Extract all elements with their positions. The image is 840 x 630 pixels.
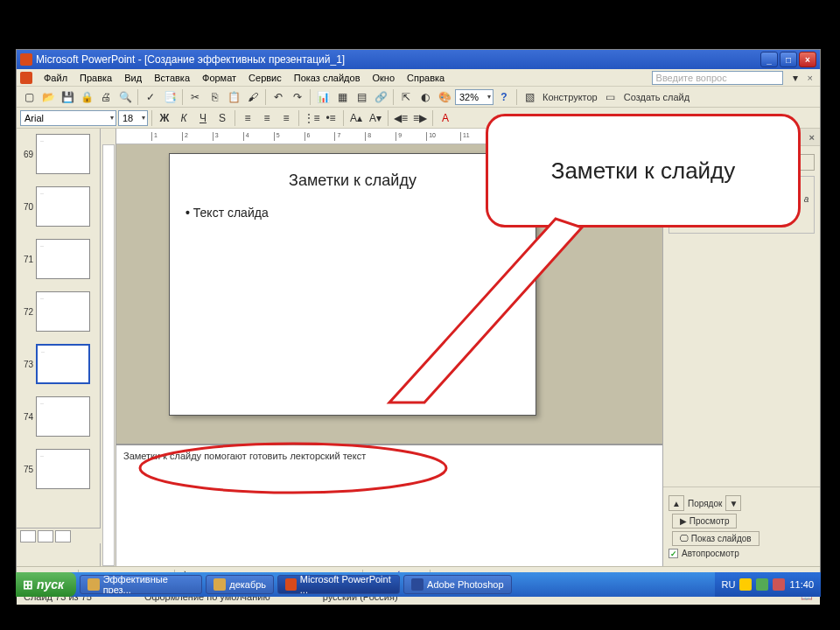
- copy-icon[interactable]: ⎘: [206, 88, 223, 106]
- slide-thumb[interactable]: 74—: [22, 396, 94, 437]
- align-center-icon[interactable]: ≡: [258, 109, 276, 127]
- notes-pane[interactable]: Заметки к слайду помогают готовить лекто…: [116, 444, 662, 566]
- close-button[interactable]: ×: [799, 52, 816, 67]
- tray-icon[interactable]: [739, 578, 752, 591]
- menu-file[interactable]: Файл: [38, 71, 74, 85]
- clock[interactable]: 11:40: [789, 579, 814, 590]
- menu-format[interactable]: Формат: [196, 71, 242, 85]
- mdi-close-button[interactable]: ×: [804, 73, 816, 83]
- minimize-button[interactable]: _: [760, 52, 778, 67]
- autopreview-label: Автопросмотр: [682, 549, 739, 558]
- underline-icon[interactable]: Ч: [194, 109, 212, 127]
- menu-edit[interactable]: Правка: [74, 71, 118, 85]
- font-select[interactable]: Arial: [20, 110, 116, 126]
- undo-icon[interactable]: ↶: [270, 88, 287, 106]
- fontsize-select[interactable]: 18: [118, 110, 148, 126]
- increase-indent-icon[interactable]: ≡▶: [411, 109, 429, 127]
- redo-icon[interactable]: ↷: [289, 88, 306, 106]
- preview-icon[interactable]: 🔍: [116, 88, 134, 106]
- new-icon[interactable]: ▢: [20, 88, 38, 106]
- new-slide-icon[interactable]: ▭: [602, 88, 620, 106]
- paste-icon[interactable]: 📋: [225, 88, 242, 106]
- menu-tools[interactable]: Сервис: [242, 71, 288, 85]
- windows-taskbar: пуск Эффективные през... декабрь Microso…: [16, 572, 821, 597]
- vertical-ruler: [101, 129, 116, 566]
- folder-icon: [88, 578, 99, 591]
- slide-bullet[interactable]: Текст слайда: [186, 206, 520, 220]
- table-icon[interactable]: ▦: [333, 88, 351, 106]
- slideshow-button[interactable]: 🖵 Показ слайдов: [672, 531, 760, 546]
- menu-help[interactable]: Справка: [401, 71, 451, 85]
- taskbar-item-active[interactable]: Microsoft PowerPoint ...: [277, 575, 400, 594]
- callout-text: Заметки к слайду: [486, 114, 801, 228]
- maximize-button[interactable]: □: [780, 52, 797, 67]
- document-icon[interactable]: [20, 72, 32, 84]
- autopreview-checkbox[interactable]: ✓: [668, 549, 678, 558]
- slide-thumbnail-panel[interactable]: 69— 70— 71— 72— 73— 74— 75—: [17, 129, 101, 566]
- print-icon[interactable]: 🖨: [97, 88, 115, 106]
- grayscale-icon[interactable]: ◐: [416, 88, 434, 106]
- powerpoint-icon: [20, 53, 32, 66]
- align-left-icon[interactable]: ≡: [239, 109, 256, 127]
- decrease-indent-icon[interactable]: ◀≡: [392, 109, 410, 127]
- slide-canvas[interactable]: Заметки к слайду Текст слайда: [169, 153, 536, 416]
- cut-icon[interactable]: ✂: [186, 88, 204, 106]
- create-slide-button[interactable]: Создать слайд: [621, 92, 692, 102]
- design-icon[interactable]: ▧: [521, 88, 538, 106]
- menu-window[interactable]: Окно: [367, 71, 402, 85]
- notes-text[interactable]: Заметки к слайду помогают готовить лекто…: [123, 451, 366, 461]
- menu-view[interactable]: Вид: [118, 71, 148, 85]
- slide-title[interactable]: Заметки к слайду: [186, 172, 520, 190]
- taskbar-item[interactable]: Эффективные през...: [80, 575, 202, 594]
- font-color-icon[interactable]: A: [437, 109, 454, 127]
- sorter-view-icon[interactable]: [38, 530, 53, 542]
- konstruktor-button[interactable]: Конструктор: [540, 92, 600, 102]
- increase-font-icon[interactable]: A▴: [347, 109, 365, 127]
- decrease-font-icon[interactable]: A▾: [367, 109, 384, 127]
- color-icon[interactable]: 🎨: [436, 88, 453, 106]
- taskbar-item[interactable]: Adobe Photoshop: [403, 575, 511, 594]
- slide-thumb-selected[interactable]: 73—: [22, 344, 94, 384]
- tray-icon[interactable]: [756, 578, 768, 591]
- taskbar-item[interactable]: декабрь: [206, 575, 274, 594]
- save-icon[interactable]: 💾: [59, 88, 76, 106]
- shadow-icon[interactable]: S: [214, 109, 231, 127]
- slide-thumb[interactable]: 72—: [22, 291, 94, 332]
- italic-icon[interactable]: К: [175, 109, 192, 127]
- tables-borders-icon[interactable]: ▤: [353, 88, 370, 106]
- open-icon[interactable]: 📂: [39, 88, 57, 106]
- bold-icon[interactable]: Ж: [156, 109, 173, 127]
- move-up-icon[interactable]: ▲: [668, 495, 684, 511]
- chart-icon[interactable]: 📊: [314, 88, 332, 106]
- language-indicator[interactable]: RU: [722, 579, 736, 590]
- spell-icon[interactable]: ✓: [142, 88, 159, 106]
- system-tray[interactable]: RU 11:40: [715, 572, 821, 597]
- help-question-input[interactable]: Введите вопрос: [652, 71, 783, 85]
- taskpane-close-icon[interactable]: ×: [809, 132, 815, 143]
- titlebar: Microsoft PowerPoint - [Создание эффекти…: [17, 50, 820, 69]
- permission-icon[interactable]: 🔒: [78, 88, 95, 106]
- hyperlink-icon[interactable]: 🔗: [372, 88, 389, 106]
- menu-slideshow[interactable]: Показ слайдов: [288, 71, 367, 85]
- move-down-icon[interactable]: ▼: [725, 495, 741, 511]
- slide-thumb[interactable]: 71—: [22, 239, 94, 279]
- help-icon[interactable]: ?: [495, 88, 513, 106]
- dropdown-icon[interactable]: ▾: [787, 69, 804, 87]
- slide-thumb[interactable]: 75—: [22, 449, 94, 489]
- slide-thumb[interactable]: 69—: [22, 134, 94, 174]
- bullets-icon[interactable]: •≡: [322, 109, 340, 127]
- menu-insert[interactable]: Вставка: [148, 71, 196, 85]
- tray-icon[interactable]: [773, 578, 785, 591]
- start-button[interactable]: пуск: [16, 572, 76, 597]
- zoom-select[interactable]: 32%: [455, 89, 494, 105]
- slide-thumb[interactable]: 70—: [22, 186, 94, 227]
- menubar: Файл Правка Вид Вставка Формат Сервис По…: [17, 69, 820, 87]
- numbering-icon[interactable]: ⋮≡: [303, 109, 320, 127]
- align-right-icon[interactable]: ≡: [277, 109, 295, 127]
- research-icon[interactable]: 📑: [161, 88, 178, 106]
- preview-button[interactable]: ▶ Просмотр: [672, 514, 737, 528]
- format-painter-icon[interactable]: 🖌: [244, 88, 262, 106]
- normal-view-icon[interactable]: [20, 530, 36, 542]
- expand-icon[interactable]: ⇱: [397, 88, 415, 106]
- slideshow-view-icon[interactable]: [55, 530, 71, 542]
